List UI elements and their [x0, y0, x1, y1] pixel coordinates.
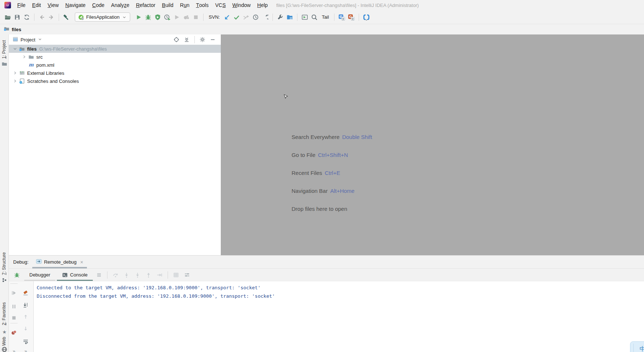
settings-wrench-button[interactable] [275, 12, 285, 22]
step-into-button[interactable] [122, 270, 131, 280]
structure-blocks-icon[interactable] [1, 277, 7, 283]
stop-square-disabled-icon[interactable] [11, 315, 17, 321]
next-occurrence-disabled-icon[interactable] [23, 326, 29, 331]
force-step-into-button[interactable] [133, 270, 142, 280]
project-panel-actions [173, 36, 216, 43]
menu-edit[interactable]: Edit [29, 0, 44, 10]
attach-profiler-disabled-button[interactable] [182, 12, 191, 22]
debugger-toolbar: DebuggerConsole [9, 269, 644, 281]
project-tree: filesG:\ws-FileServer-changsha\filessrcm… [9, 45, 221, 85]
star-icon[interactable]: ★ [1, 329, 7, 335]
shortcut-keys: Ctrl+E [325, 170, 340, 176]
svn-label: SVN: [209, 14, 220, 20]
translate-orange-button[interactable]: G文 [347, 12, 356, 22]
search-everywhere-button[interactable] [310, 12, 319, 22]
chevron-down-small-icon[interactable] [122, 15, 127, 20]
tree-item-pom-xml[interactable]: mpom.xml [9, 61, 221, 69]
tab-debugger[interactable]: Debugger [23, 269, 56, 281]
stripe-button-web[interactable]: Web [1, 337, 7, 346]
run-with-coverage-button[interactable] [153, 12, 162, 22]
menu-vcs[interactable]: VCS [212, 0, 229, 10]
more-icon[interactable]: » [23, 348, 29, 352]
translate-google-button[interactable]: G文 [337, 12, 347, 22]
run-disabled-button[interactable] [172, 12, 182, 22]
stripe-button-structure[interactable]: 7: Structure [1, 252, 7, 275]
tree-item-src[interactable]: src [9, 53, 221, 61]
settings-gear-icon[interactable] [200, 37, 205, 43]
toolbar-separator [359, 14, 359, 21]
project-structure-button[interactable] [285, 12, 294, 22]
shortcut-keys: Ctrl+Shift+N [318, 152, 348, 158]
chevron-right-icon[interactable] [20, 54, 28, 59]
hamburger-button[interactable] [94, 270, 104, 280]
debug-bug-button[interactable] [143, 12, 153, 22]
menu-view[interactable]: View [44, 0, 62, 10]
menu-tools[interactable]: Tools [193, 0, 212, 10]
run-icon [135, 14, 142, 21]
svn-merge-button[interactable] [241, 12, 251, 22]
view-breakpoints-grid-button[interactable] [171, 270, 181, 280]
open-folder-button[interactable] [3, 12, 12, 22]
more-icon[interactable]: » [11, 348, 17, 352]
stripe-button-project[interactable]: 1: Project [1, 40, 7, 59]
hide-icon[interactable] [210, 37, 216, 43]
tool-folder-icon[interactable] [1, 61, 7, 67]
soft-wrap-icon[interactable] [23, 338, 29, 344]
project-panel-title[interactable]: Project [21, 37, 35, 43]
debug-bug-icon [14, 272, 20, 278]
menu-code[interactable]: Code [89, 0, 107, 10]
code-braces-button[interactable] [362, 12, 371, 22]
save-button[interactable] [12, 12, 22, 22]
menu-navigate[interactable]: Navigate [62, 0, 89, 10]
svn-commit-button[interactable] [232, 12, 241, 22]
collapse-all-icon[interactable] [184, 37, 190, 43]
locate-icon[interactable] [173, 37, 179, 43]
run-anything-button[interactable] [300, 12, 310, 22]
chevron-down-icon[interactable] [11, 46, 19, 51]
menu-help[interactable]: Help [254, 0, 271, 10]
breadcrumb-item-files[interactable]: files [12, 27, 21, 32]
menu-refactor[interactable]: Refactor [133, 0, 159, 10]
step-out-button[interactable] [144, 270, 153, 280]
tree-item-external-libraries[interactable]: External Libraries [9, 69, 221, 77]
menu-window[interactable]: Window [229, 0, 254, 10]
sync-button[interactable] [22, 12, 32, 22]
step-over-button[interactable] [111, 270, 120, 280]
svn-update-button[interactable] [222, 12, 232, 22]
back-button[interactable] [37, 12, 47, 22]
chevron-right-tree-icon [22, 54, 27, 59]
prev-occurrence-disabled-icon[interactable] [23, 314, 29, 320]
tree-item-scratches-and-consoles[interactable]: Scratches and Consoles [9, 77, 221, 85]
view-breakpoints-icon[interactable] [11, 330, 17, 336]
toolbar-separator [272, 14, 273, 21]
build-hammer-button[interactable] [62, 12, 71, 22]
tab-remote-debug[interactable]: Remote_debug × [32, 256, 87, 268]
stripe-button-favorites[interactable]: 2: Favorites [1, 302, 7, 325]
menu-file[interactable]: File [14, 0, 29, 10]
menu-analyze[interactable]: Analyze [108, 0, 133, 10]
session-tab-label: Remote_debug [44, 259, 77, 265]
run-configuration-selector[interactable]: FilesApplication [75, 12, 130, 22]
close-icon[interactable]: × [80, 259, 83, 265]
pause-disabled-icon[interactable] [11, 304, 17, 309]
svn-history-button[interactable] [251, 12, 260, 22]
stop-disabled-button[interactable] [191, 12, 201, 22]
scroll-to-end-icon[interactable] [23, 302, 29, 308]
run-button[interactable] [134, 12, 143, 22]
run-to-cursor-button[interactable] [155, 270, 164, 280]
menu-run[interactable]: Run [177, 0, 193, 10]
forward-button[interactable] [47, 12, 56, 22]
chevron-right-icon[interactable] [11, 70, 19, 76]
menu-build[interactable]: Build [159, 0, 177, 10]
chevron-right-icon[interactable] [11, 78, 19, 84]
globe-icon[interactable] [1, 346, 7, 352]
svn-rollback-button[interactable] [260, 12, 270, 22]
resume-disabled-icon[interactable] [11, 290, 17, 296]
tree-item-files[interactable]: filesG:\ws-FileServer-changsha\files [9, 45, 221, 53]
chevron-down-small-icon[interactable] [37, 37, 43, 42]
clear-console-icon[interactable] [23, 290, 29, 296]
layout-settings-button[interactable] [182, 270, 192, 280]
tab-console[interactable]: Console [56, 269, 94, 281]
shortcut-keys: Alt+Home [330, 188, 354, 194]
profiler-button[interactable] [162, 12, 172, 22]
